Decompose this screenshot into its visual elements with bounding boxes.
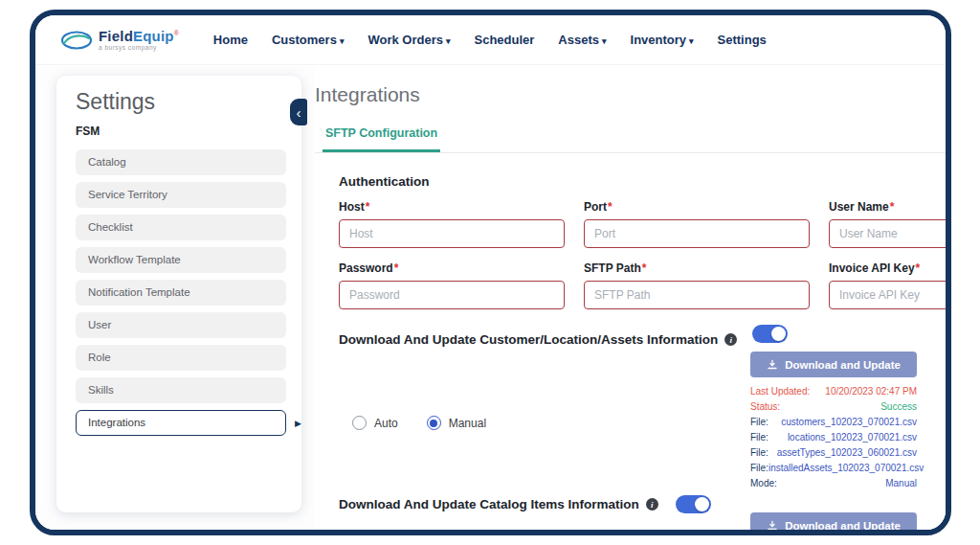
label-text: Port [584, 200, 607, 214]
download-details: Last Updated: 10/20/2023 02:47 PM Status… [750, 384, 917, 491]
required-asterisk: * [394, 261, 399, 275]
radio-auto[interactable]: Auto [352, 416, 398, 430]
radio-circle-icon [427, 416, 441, 430]
field-user-name: User Name* [829, 200, 946, 248]
sidebar-item-role[interactable]: Role [76, 345, 286, 371]
nav-item-label: Customers [272, 33, 337, 47]
field-label: Invoice API Key* [829, 261, 946, 275]
nav-item-label: Settings [718, 33, 767, 47]
nav-item-assets[interactable]: Assets▾ [558, 33, 606, 47]
chevron-down-icon: ▾ [602, 36, 607, 46]
chevron-down-icon: ▾ [446, 36, 451, 46]
detail-key: Last Updated: [750, 384, 810, 399]
detail-value: 10/20/2023 02:47 PM [825, 384, 917, 399]
brand-field: Field [99, 29, 133, 43]
field-password: Password* [339, 261, 565, 309]
customer-location-assets-section: Download And Update Customer/Location/As… [339, 332, 946, 486]
field-label: Password* [339, 261, 565, 275]
download-status-column: Download and Update Last Updated: 10/20/… [750, 325, 917, 491]
sidebar-item-notification-template[interactable]: Notification Template [76, 280, 286, 306]
nav-item-scheduler[interactable]: Scheduler [474, 33, 534, 47]
sidebar-collapse-button[interactable]: ‹ [290, 99, 307, 125]
nav-item-inventory[interactable]: Inventory▾ [631, 33, 694, 47]
button-label: Download and Update [785, 359, 901, 371]
info-icon[interactable]: i [724, 333, 737, 346]
section-header: Download And Update Catalog Items Inform… [339, 495, 946, 513]
fieldequip-logo: FieldEquip® a bursys company [60, 29, 179, 52]
field-port: Port* [584, 200, 810, 248]
detail-value: Success [880, 399, 917, 415]
sidebar-item-skills[interactable]: Skills [76, 377, 286, 403]
settings-sidebar: Settings FSM Catalog Service Territory C… [56, 76, 301, 512]
radio-label: Manual [449, 417, 486, 430]
label-text: SFTP Path [584, 261, 641, 275]
detail-row-status: Status: Success [750, 399, 917, 415]
authentication-fields: Host* Port* User Name* Password* [339, 200, 946, 309]
nav-item-label: Work Orders [368, 33, 443, 47]
section-title: Download And Update Customer/Location/As… [339, 332, 718, 347]
nav-item-label: Scheduler [474, 33, 534, 47]
label-text: Password [339, 261, 393, 275]
invoice-api-key-input[interactable] [829, 281, 946, 309]
detail-row-file: File: installedAssets_102023_070021.csv [750, 461, 917, 476]
sidebar-subtitle: FSM [76, 125, 301, 138]
logo-tagline: a bursys company [99, 45, 179, 52]
host-input[interactable] [339, 219, 565, 248]
detail-value: installedAssets_102023_070021.csv [768, 461, 924, 476]
detail-value: locations_102023_070021.csv [788, 430, 917, 445]
catalog-download-column: Download and Update [750, 512, 917, 530]
port-input[interactable] [584, 219, 810, 248]
nav-item-customers[interactable]: Customers▾ [272, 33, 344, 47]
sidebar-item-workflow-template[interactable]: Workflow Template [76, 247, 286, 273]
nav-item-label: Assets [558, 33, 599, 47]
sidebar-item-user[interactable]: User [76, 312, 286, 338]
required-asterisk: * [890, 200, 895, 214]
nav-item-settings[interactable]: Settings [718, 33, 767, 47]
required-asterisk: * [608, 200, 612, 214]
required-asterisk: * [642, 261, 647, 275]
sidebar-items: Catalog Service Territory Checklist Work… [56, 149, 301, 436]
field-sftp-path: SFTP Path* [584, 261, 810, 309]
sidebar-item-service-territory[interactable]: Service Territory [76, 182, 286, 208]
detail-key: Mode: [750, 476, 777, 491]
info-icon[interactable]: i [646, 498, 658, 511]
detail-value: Manual [885, 476, 917, 491]
authentication-heading: Authentication [339, 174, 946, 189]
detail-row-last-updated: Last Updated: 10/20/2023 02:47 PM [750, 384, 917, 399]
detail-row-mode: Mode: Manual [750, 476, 917, 491]
nav-item-home[interactable]: Home [213, 33, 248, 47]
sidebar-item-integrations[interactable]: Integrations ▶ [76, 410, 286, 436]
sidebar-item-checklist[interactable]: Checklist [76, 215, 286, 240]
top-navbar: FieldEquip® a bursys company Home Custom… [35, 15, 946, 65]
section-title: Download And Update Catalog Items Inform… [339, 497, 639, 511]
user-name-input[interactable] [829, 219, 946, 248]
detail-row-file: File: customers_102023_070021.csv [750, 415, 917, 430]
nav-item-work-orders[interactable]: Work Orders▾ [368, 33, 450, 47]
detail-key: File: [750, 445, 768, 461]
sftp-path-input[interactable] [584, 281, 810, 309]
label-text: Invoice API Key [829, 261, 915, 275]
app-window: FieldEquip® a bursys company Home Custom… [30, 10, 951, 535]
detail-value: customers_102023_070021.csv [781, 415, 917, 430]
download-icon [767, 359, 778, 371]
download-and-update-button[interactable]: Download and Update [750, 352, 917, 377]
chevron-down-icon: ▾ [689, 36, 694, 46]
field-host: Host* [339, 200, 565, 248]
logo-text: FieldEquip® a bursys company [99, 29, 179, 52]
tab-bar: SFTP Configuration [315, 124, 946, 153]
field-invoice-api-key: Invoice API Key* [829, 261, 946, 309]
password-input[interactable] [339, 281, 565, 309]
sidebar-item-catalog[interactable]: Catalog [76, 149, 286, 175]
label-text: Host [339, 200, 365, 214]
customer-section-toggle[interactable] [752, 325, 788, 343]
chevron-down-icon: ▾ [340, 36, 345, 46]
radio-manual[interactable]: Manual [427, 416, 486, 430]
required-asterisk: * [366, 200, 370, 214]
chevron-left-icon: ‹ [297, 105, 301, 120]
tab-sftp-configuration[interactable]: SFTP Configuration [323, 126, 440, 152]
label-text: User Name [829, 200, 889, 214]
detail-row-file: File: locations_102023_070021.csv [750, 430, 917, 445]
page-title: Integrations [315, 83, 946, 106]
download-and-update-button[interactable]: Download and Update [750, 512, 917, 530]
catalog-section-toggle[interactable] [676, 495, 711, 513]
